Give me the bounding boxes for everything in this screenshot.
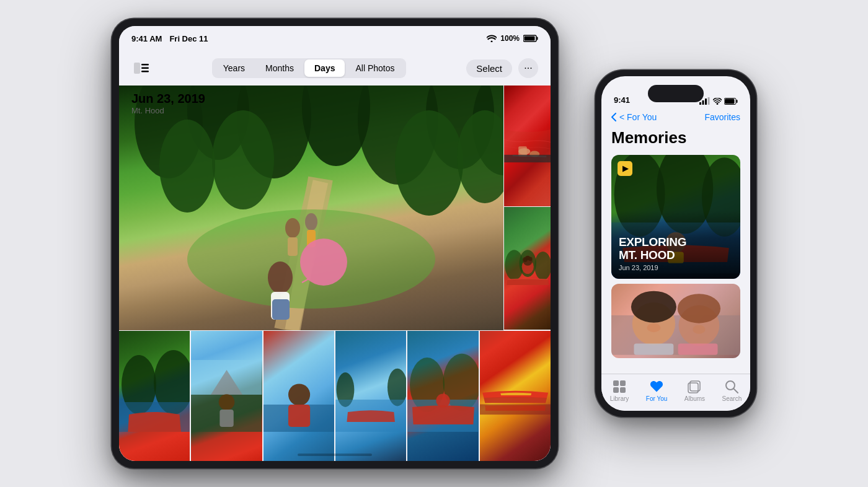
library-icon [612,379,627,394]
svg-rect-6 [141,71,149,72]
segment-months[interactable]: Months [255,59,304,77]
svg-line-96 [733,388,738,393]
svg-rect-66 [699,102,701,105]
segment-days[interactable]: Days [304,59,345,77]
photo-strip [119,331,551,461]
dynamic-island [648,85,704,102]
svg-point-87 [647,323,660,333]
photo-top-right-2[interactable] [504,207,551,330]
ipad-battery: 100% [500,34,520,43]
photo-grid [119,86,551,461]
svg-rect-50 [220,410,234,427]
iphone-time: 9:41 [614,95,630,105]
ipad-photos-area: Jun 23, 2019 Mt. Hood [119,86,551,461]
svg-rect-67 [702,100,704,105]
scene: 9:41 AM Fri Dec 11 100% [0,0,868,487]
for-you-icon [649,379,664,394]
iphone-screen: 9:41 [601,76,750,411]
svg-point-22 [305,213,317,230]
svg-point-15 [159,120,215,213]
svg-rect-54 [288,405,310,427]
tab-search-label: Search [722,395,742,402]
iphone-device: 9:41 [595,70,756,417]
svg-line-34 [513,156,547,156]
memory-title: EXPLORINGMT. HOOD [619,236,733,262]
photo-top-right-1[interactable] [504,86,551,206]
wifi-icon [487,35,497,42]
svg-rect-1 [537,37,538,40]
location-label: Mt. Hood [131,106,205,115]
svg-point-84 [678,294,720,323]
svg-point-83 [631,291,676,323]
svg-point-24 [268,261,293,294]
memory-card-1[interactable]: ▶ EXPLORINGMT. HOOD Jun 23, 2019 [611,155,740,279]
strip-photo-4[interactable] [335,331,406,461]
svg-rect-92 [620,387,626,393]
ipad-status-right: 100% [487,34,538,43]
photo-main[interactable] [119,86,503,330]
iphone-tabbar: Library For You [601,374,750,411]
svg-rect-2 [525,37,535,41]
iphone-content: Memories [601,126,750,374]
svg-point-53 [288,384,310,405]
svg-rect-26 [272,299,290,320]
segment-years[interactable]: Years [213,59,255,77]
memory-text: EXPLORINGMT. HOOD Jun 23, 2019 [619,236,733,271]
ipad-device: 9:41 AM Fri Dec 11 100% [112,19,558,468]
strip-photo-1[interactable] [119,331,190,461]
svg-rect-73 [725,99,735,103]
strip-photo-5[interactable] [407,331,478,461]
svg-point-49 [219,394,235,410]
ipad-day: Fri Dec 11 [169,34,208,43]
svg-point-42 [526,256,530,260]
svg-rect-86 [678,343,718,354]
strip-photo-3[interactable] [264,331,334,461]
sidebar-toggle-icon[interactable] [131,58,151,78]
memory-card-2[interactable] [611,284,740,358]
strip-photo-6[interactable] [480,331,551,461]
svg-rect-80 [611,315,740,355]
favorites-button[interactable]: Favorites [704,112,740,122]
svg-point-27 [300,239,347,286]
memory-badge: ▶ [618,161,632,176]
tab-for-you-label: For You [646,395,667,402]
date-header: Jun 23, 2019 Mt. Hood [131,92,205,115]
segment-control: Years Months Days All Photos [212,58,406,78]
tab-for-you[interactable]: For You [646,379,667,402]
svg-rect-90 [620,380,626,386]
svg-rect-5 [141,68,149,69]
tab-albums[interactable]: Albums [684,379,705,402]
svg-point-88 [693,325,705,334]
svg-point-17 [395,110,463,216]
tab-search[interactable]: Search [722,379,742,402]
albums-icon [687,379,702,394]
tab-library-label: Library [610,395,629,402]
svg-rect-21 [288,237,298,256]
back-button[interactable]: < For You [611,112,657,122]
back-chevron-icon [611,113,616,121]
iphone-status-icons [699,97,738,105]
svg-point-63 [436,393,450,407]
date-main: Jun 23, 2019 [131,92,205,106]
segment-all-photos[interactable]: All Photos [345,59,404,77]
svg-point-16 [212,110,274,209]
more-button[interactable]: ··· [518,58,538,78]
ipad-screen: 9:41 AM Fri Dec 11 100% [119,26,551,461]
tab-albums-label: Albums [684,395,705,402]
battery-icon [523,35,538,42]
svg-rect-3 [134,63,140,74]
svg-point-20 [285,218,300,238]
ipad-time: 9:41 AM [131,34,162,43]
iphone-wifi-icon [713,98,722,105]
tab-library[interactable]: Library [610,379,629,402]
svg-rect-4 [141,64,149,66]
toolbar-right: Select ··· [466,58,538,78]
svg-rect-69 [708,97,710,105]
select-button[interactable]: Select [466,59,512,77]
svg-point-37 [534,252,551,280]
ipad-toolbar: Years Months Days All Photos Select ··· [119,51,551,86]
svg-rect-85 [634,343,673,354]
memories-title: Memories [611,128,740,147]
iphone-battery-icon [724,98,738,105]
strip-photo-2[interactable] [191,331,262,461]
